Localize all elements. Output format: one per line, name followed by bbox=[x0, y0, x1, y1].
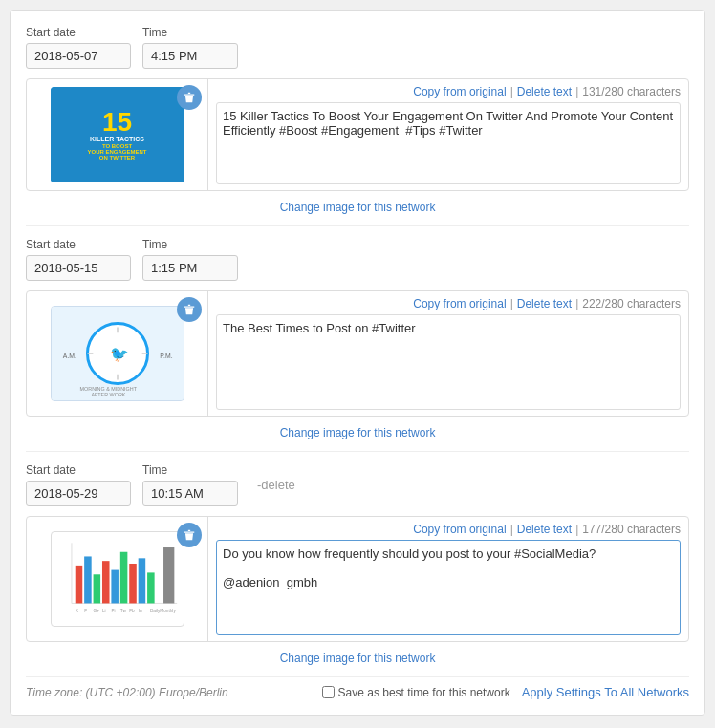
main-container: Start date Time 15 KILLER TACTICS TO BOO… bbox=[10, 10, 705, 716]
start-date-label-2: Start date bbox=[26, 238, 131, 251]
footer-row: Time zone: (UTC +02:00) Europe/Berlin Sa… bbox=[26, 676, 689, 699]
image-section-2: A.M. P.M. 🐦 MORNING bbox=[27, 291, 208, 416]
separator-5: | bbox=[510, 523, 513, 536]
delete-text-link-3[interactable]: Delete text bbox=[517, 523, 572, 536]
time-label-1: Time bbox=[142, 26, 238, 39]
svg-text:Fb: Fb bbox=[129, 609, 135, 613]
svg-rect-16 bbox=[84, 556, 92, 603]
start-date-label-3: Start date bbox=[26, 463, 131, 477]
char-count-3: 177/280 characters bbox=[582, 523, 681, 536]
date-time-row-3: Start date Time -delete bbox=[26, 463, 689, 506]
svg-text:A.M.: A.M. bbox=[62, 353, 76, 359]
svg-text:Monthly: Monthly bbox=[160, 609, 176, 613]
block-3: Start date Time -delete bbox=[26, 463, 689, 665]
tactics-image-content: 15 KILLER TACTICS TO BOOST YOUR ENGAGEME… bbox=[51, 87, 184, 182]
svg-rect-20 bbox=[119, 552, 127, 604]
apply-settings-button[interactable]: Apply Settings To All Networks bbox=[522, 685, 689, 699]
delete-text-link-2[interactable]: Delete text bbox=[517, 297, 572, 310]
post-text-area-3[interactable]: Do you know how frequently should you po… bbox=[216, 540, 681, 635]
image-section-1: 15 KILLER TACTICS TO BOOST YOUR ENGAGEME… bbox=[27, 79, 208, 190]
separator-3: | bbox=[510, 297, 513, 310]
separator-2: | bbox=[575, 85, 578, 98]
start-date-input-2[interactable] bbox=[26, 255, 131, 281]
date-time-row-1: Start date Time bbox=[26, 26, 689, 69]
svg-rect-18 bbox=[101, 561, 109, 603]
time-field-1: Time bbox=[142, 26, 238, 69]
svg-text:Li: Li bbox=[101, 609, 105, 613]
delete-image-btn-3[interactable] bbox=[177, 523, 202, 547]
svg-rect-22 bbox=[138, 558, 145, 603]
post-image-2: A.M. P.M. 🐦 MORNING bbox=[51, 306, 184, 401]
start-date-field-3: Start date bbox=[26, 463, 131, 506]
post-image-3: K F G+ Li Pi Tw Fb In Daily Monthly bbox=[51, 531, 184, 627]
svg-text:P.M.: P.M. bbox=[160, 353, 172, 359]
trash-icon-2 bbox=[183, 303, 196, 316]
card-row-2: A.M. P.M. 🐦 MORNING bbox=[26, 290, 689, 417]
copy-from-original-link-2[interactable]: Copy from original bbox=[413, 297, 506, 310]
text-actions-1: Copy from original | Delete text | 131/2… bbox=[216, 85, 681, 98]
svg-rect-23 bbox=[147, 572, 155, 603]
card-row-3: K F G+ Li Pi Tw Fb In Daily Monthly Cop bbox=[26, 516, 689, 642]
change-image-link-2[interactable]: Change image for this network bbox=[26, 426, 689, 439]
post-text-area-1[interactable]: 15 Killer Tactics To Boost Your Engageme… bbox=[216, 102, 681, 184]
post-text-area-2[interactable]: The Best Times to Post on #Twitter bbox=[216, 314, 681, 410]
svg-rect-21 bbox=[129, 564, 137, 603]
time-input-1[interactable] bbox=[142, 43, 238, 69]
svg-point-9 bbox=[115, 351, 120, 356]
copy-from-original-link-3[interactable]: Copy from original bbox=[413, 523, 506, 536]
post-image-1: 15 KILLER TACTICS TO BOOST YOUR ENGAGEME… bbox=[51, 87, 184, 182]
date-time-row-2: Start date Time bbox=[26, 238, 689, 281]
change-image-link-1[interactable]: Change image for this network bbox=[26, 201, 689, 214]
image-section-3: K F G+ Li Pi Tw Fb In Daily Monthly bbox=[27, 517, 208, 641]
footer-right: Save as best time for this network Apply… bbox=[322, 685, 689, 699]
time-label-3: Time bbox=[142, 463, 238, 477]
text-section-3: Copy from original | Delete text | 177/2… bbox=[208, 517, 688, 641]
delete-inline-label-3[interactable]: -delete bbox=[257, 478, 295, 492]
time-field-3: Time bbox=[142, 463, 238, 506]
save-best-time-checkbox[interactable] bbox=[322, 686, 335, 698]
svg-rect-17 bbox=[93, 574, 100, 603]
start-date-input-3[interactable] bbox=[26, 481, 131, 506]
save-best-time-checkbox-label[interactable]: Save as best time for this network bbox=[322, 686, 510, 699]
barchart-svg: K F G+ Li Pi Tw Fb In Daily Monthly bbox=[55, 536, 180, 622]
svg-text:In: In bbox=[138, 609, 141, 613]
separator-1: | bbox=[510, 85, 513, 98]
text-section-1: Copy from original | Delete text | 131/2… bbox=[208, 79, 688, 190]
svg-rect-19 bbox=[111, 570, 119, 604]
time-field-2: Time bbox=[142, 238, 238, 281]
trash-icon-3 bbox=[183, 528, 196, 542]
start-date-field-1: Start date bbox=[26, 26, 131, 69]
delete-text-link-1[interactable]: Delete text bbox=[517, 85, 572, 98]
time-label-2: Time bbox=[142, 238, 238, 251]
svg-text:Tw: Tw bbox=[119, 609, 126, 613]
char-count-2: 222/280 characters bbox=[582, 297, 681, 310]
card-row-1: 15 KILLER TACTICS TO BOOST YOUR ENGAGEME… bbox=[26, 78, 689, 191]
separator-hr-2 bbox=[26, 451, 689, 452]
text-actions-2: Copy from original | Delete text | 222/2… bbox=[216, 297, 681, 310]
block-1: Start date Time 15 KILLER TACTICS TO BOO… bbox=[26, 26, 689, 214]
trash-icon-1 bbox=[183, 91, 196, 104]
change-image-link-3[interactable]: Change image for this network bbox=[26, 652, 689, 665]
svg-text:Pi: Pi bbox=[111, 609, 115, 613]
svg-rect-15 bbox=[75, 566, 82, 604]
separator-4: | bbox=[575, 297, 578, 310]
separator-6: | bbox=[575, 523, 578, 536]
delete-image-btn-1[interactable] bbox=[177, 85, 202, 110]
svg-text:F: F bbox=[84, 609, 87, 613]
char-count-1: 131/280 characters bbox=[582, 85, 681, 98]
delete-image-btn-2[interactable] bbox=[177, 297, 202, 322]
copy-from-original-link-1[interactable]: Copy from original bbox=[413, 85, 506, 98]
start-date-input-1[interactable] bbox=[26, 43, 131, 69]
svg-text:G+: G+ bbox=[93, 609, 99, 613]
block-2: Start date Time A.M. P.M bbox=[26, 238, 689, 439]
start-date-field-2: Start date bbox=[26, 238, 131, 281]
text-actions-3: Copy from original | Delete text | 177/2… bbox=[216, 523, 681, 536]
save-best-time-text: Save as best time for this network bbox=[338, 686, 510, 699]
time-input-3[interactable] bbox=[142, 481, 238, 506]
svg-rect-24 bbox=[163, 547, 174, 603]
text-section-2: Copy from original | Delete text | 222/2… bbox=[208, 291, 688, 416]
svg-text:AFTER WORK: AFTER WORK bbox=[91, 392, 125, 397]
separator-hr-1 bbox=[26, 225, 689, 226]
time-input-2[interactable] bbox=[142, 255, 238, 281]
clock-svg: A.M. P.M. 🐦 MORNING bbox=[52, 306, 184, 401]
